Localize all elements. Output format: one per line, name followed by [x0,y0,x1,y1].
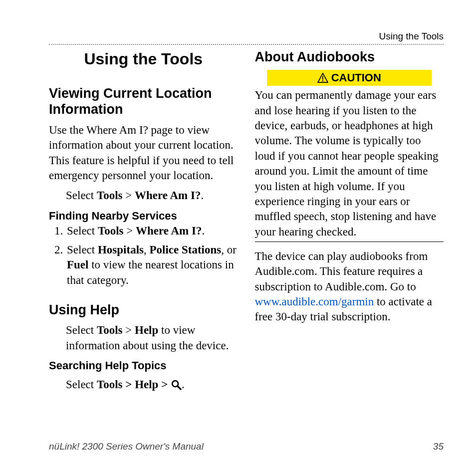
left-column: Using the Tools Viewing Current Location… [49,49,238,392]
text: Select [67,225,98,237]
page-footer: nüLink! 2300 Series Owner's Manual 35 [49,441,444,452]
text: Select [67,243,98,256]
text: . [202,225,205,237]
text: Select [66,324,97,336]
subsection-heading-nearby: Finding Nearby Services [49,210,238,223]
text: > [123,324,135,336]
location-step: Select Tools > Where Am I?. [49,188,238,203]
two-column-layout: Using the Tools Viewing Current Location… [49,49,444,392]
footer-page-number: 35 [433,441,444,452]
text: > [123,189,135,202]
text: > [124,225,136,237]
subsection-heading-search-help: Searching Help Topics [49,359,238,372]
bold-hospitals: Hospitals [98,243,144,256]
bold-tools: Tools [97,324,123,336]
audiobooks-paragraph: The device can play audiobooks from Audi… [255,249,444,325]
section-heading-help: Using Help [49,302,238,318]
svg-point-4 [322,80,323,82]
bold-tools: Tools [97,189,123,202]
footer-manual-title: nüLink! 2300 Series Owner's Manual [49,441,204,452]
text: . [201,189,204,202]
warning-icon [317,73,328,83]
list-item: Select Hospitals, Police Stations, or Fu… [66,242,238,288]
bold-tools-help: Tools > Help > [97,378,171,391]
bold-help: Help [135,324,158,336]
nearby-services-list: Select Tools > Where Am I?. Select Hospi… [49,224,238,288]
search-icon [171,379,182,390]
bold-police: Police Stations [149,243,221,256]
caution-block: CAUTION You can permanently damage your … [255,70,444,242]
svg-line-1 [178,386,181,389]
text: to view the nearest locations in that ca… [67,258,234,286]
caution-label: CAUTION [331,71,381,84]
page-title: Using the Tools [49,50,238,68]
caution-bar: CAUTION [267,70,432,86]
page: Using the Tools Using the Tools Viewing … [0,0,476,412]
text: Select [66,378,97,391]
right-column: About Audiobooks CAUTION You can permane… [255,49,444,392]
text: The device can play audiobooks from Audi… [255,250,428,293]
section-heading-audiobooks: About Audiobooks [255,49,444,65]
list-item: Select Tools > Where Am I?. [66,224,238,238]
caution-text: You can permanently damage your ears and… [255,88,444,239]
help-paragraph: Select Tools > Help to view information … [49,323,238,353]
audible-link[interactable]: www.audible.com/garmin [255,295,374,308]
bold-fuel: Fuel [67,258,88,271]
header-rule [49,44,444,45]
text: Select [66,189,97,202]
text: , or [221,243,237,256]
bold-where-am-i: Where Am I? [135,189,201,202]
text: . [182,378,185,391]
search-help-line: Select Tools > Help > . [49,377,238,392]
running-head: Using the Tools [49,31,444,44]
bold-where-am-i: Where Am I? [136,225,202,237]
text: , [144,243,150,256]
section-heading-location: Viewing Current Location Information [49,85,238,118]
bold-tools: Tools [98,225,124,237]
location-paragraph: Use the Where Am I? page to view informa… [49,123,238,183]
